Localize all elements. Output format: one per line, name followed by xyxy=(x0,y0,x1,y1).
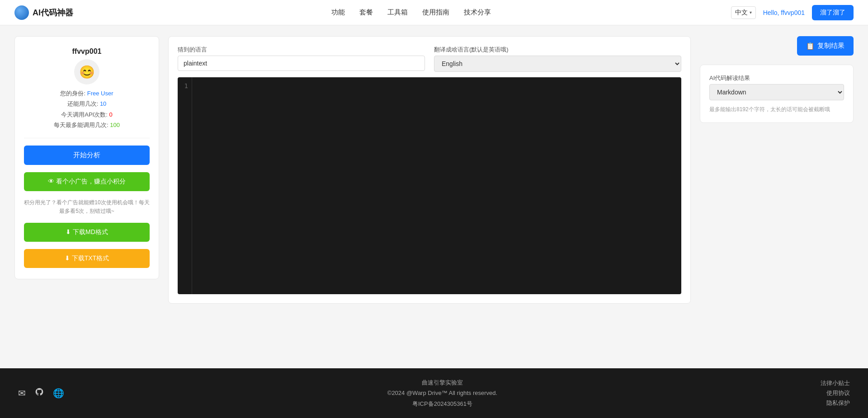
nav-packages[interactable]: 套餐 xyxy=(359,8,373,17)
api-today-label: 今天调用API次数: xyxy=(61,111,108,118)
nav-guide[interactable]: 使用指南 xyxy=(422,8,449,17)
avatar: 😊 xyxy=(74,59,99,85)
code-editor-wrapper: 1 xyxy=(178,77,681,294)
translate-lang-select[interactable]: English Chinese Japanese Korean French G… xyxy=(434,56,681,72)
footer: ✉ 🌐 曲速引擎实验室 ©2024 @Warp Drive™ All right… xyxy=(0,368,868,418)
logo[interactable]: AI代码神器 xyxy=(14,5,73,20)
footer-icp: 粤ICP备2024305361号 xyxy=(387,399,497,409)
main-nav: 功能 套餐 工具箱 使用指南 技术分享 xyxy=(91,8,731,17)
api-max-label: 每天最多能调用几次: xyxy=(54,122,108,128)
format-select[interactable]: Markdown Plain Text HTML xyxy=(709,84,844,100)
user-info: ffvvp001 😊 您的身份: Free User 还能用几次: 10 今天调… xyxy=(24,47,150,138)
email-icon[interactable]: ✉ xyxy=(18,388,26,399)
detect-lang-input[interactable] xyxy=(178,56,425,71)
header: AI代码神器 功能 套餐 工具箱 使用指南 技术分享 中文 ▾ Hello, f… xyxy=(0,0,868,25)
chevron-down-icon: ▾ xyxy=(750,10,752,15)
footer-privacy-link[interactable]: 隐私保护 xyxy=(826,399,850,407)
copy-result-label: 复制结果 xyxy=(817,42,844,50)
footer-center: 曲速引擎实验室 ©2024 @Warp Drive™ All rights re… xyxy=(387,377,497,409)
lang-switcher[interactable]: 中文 ▾ xyxy=(731,6,756,19)
right-panel: AI代码解读结果 Markdown Plain Text HTML 最多能输出8… xyxy=(700,65,854,123)
api-max-value: 100 xyxy=(110,122,120,128)
hello-user[interactable]: Hello, ffvvp001 xyxy=(763,9,805,16)
copy-result-button[interactable]: 📋 复制结果 xyxy=(797,36,854,56)
user-stats: 您的身份: Free User 还能用几次: 10 今天调用API次数: 0 每… xyxy=(54,88,120,131)
footer-right-links: 法律小贴士 使用协议 隐私保护 xyxy=(821,379,850,407)
download-txt-button[interactable]: ⬇ 下载TXT格式 xyxy=(24,249,150,268)
result-label: AI代码解读结果 xyxy=(709,74,844,82)
max-chars-hint: 最多能输出8192个字符，太长的话可能会被截断哦 xyxy=(709,106,844,113)
center-panel: 猜到的语言 翻译成啥语言(默认是英语哦) English Chinese Jap… xyxy=(168,36,691,304)
detect-lang-label: 猜到的语言 xyxy=(178,46,425,54)
download-txt-label: ⬇ 下载TXT格式 xyxy=(65,254,109,263)
api-today-value: 0 xyxy=(109,111,112,118)
remaining-value: 10 xyxy=(100,100,106,107)
github-icon[interactable] xyxy=(35,387,44,399)
right-section: 📋 复制结果 AI代码解读结果 Markdown Plain Text HTML xyxy=(700,36,854,123)
code-editor[interactable] xyxy=(192,77,681,294)
footer-legal-link[interactable]: 法律小贴士 xyxy=(821,379,850,387)
role-value: Free User xyxy=(87,90,113,97)
download-md-button[interactable]: ⬇ 下载MD格式 xyxy=(24,223,150,242)
copy-icon: 📋 xyxy=(806,42,815,50)
logo-text: AI代码神器 xyxy=(33,7,73,18)
download-md-label: ⬇ 下载MD格式 xyxy=(66,228,108,236)
ad-hint: 积分用光了？看个广告就能赠10次使用机会哦！每天最多看5次，别错过哦~ xyxy=(24,198,150,216)
nav-features[interactable]: 功能 xyxy=(331,8,345,17)
sidebar: ffvvp001 😊 您的身份: Free User 还能用几次: 10 今天调… xyxy=(14,36,159,279)
translate-lang-label: 翻译成啥语言(默认是英语哦) xyxy=(434,46,681,54)
footer-terms-link[interactable]: 使用协议 xyxy=(826,389,850,397)
footer-icons: ✉ 🌐 xyxy=(18,387,64,399)
line-number-1: 1 xyxy=(181,81,188,91)
footer-company: 曲速引擎实验室 xyxy=(387,377,497,388)
nav-toolbox[interactable]: 工具箱 xyxy=(387,8,408,17)
username: ffvvp001 xyxy=(72,47,102,56)
remaining-label: 还能用几次: xyxy=(67,100,99,107)
footer-copyright: ©2024 @Warp Drive™ All rights reserved. xyxy=(387,388,497,398)
globe-icon[interactable]: 🌐 xyxy=(53,388,64,399)
lang-current: 中文 xyxy=(735,9,748,17)
nav-tech[interactable]: 技术分享 xyxy=(464,8,491,17)
main-content: ffvvp001 😊 您的身份: Free User 还能用几次: 10 今天调… xyxy=(0,25,868,368)
analyze-button[interactable]: 开始分析 xyxy=(24,146,150,165)
header-right: 中文 ▾ Hello, ffvvp001 溜了溜了 xyxy=(731,5,854,20)
copy-btn-wrapper: 📋 复制结果 xyxy=(700,36,854,56)
ad-button-label: 👁 看个小广告，赚点小积分 xyxy=(48,178,126,186)
logout-button[interactable]: 溜了溜了 xyxy=(812,5,854,20)
line-numbers: 1 xyxy=(178,77,192,294)
watch-ad-button[interactable]: 👁 看个小广告，赚点小积分 xyxy=(24,172,150,191)
role-label: 您的身份: xyxy=(60,90,85,97)
logo-icon xyxy=(14,5,29,20)
